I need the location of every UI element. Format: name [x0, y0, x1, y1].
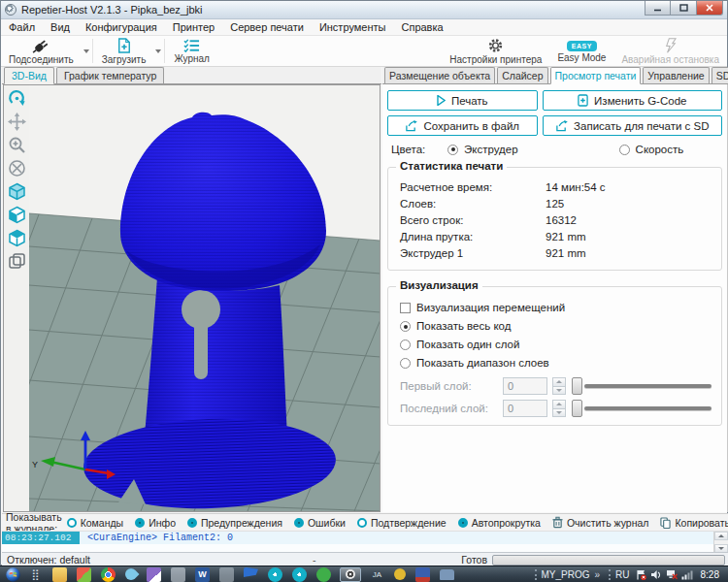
tray-signal-icon[interactable]	[681, 569, 693, 580]
app-icon	[5, 4, 17, 16]
menu-view[interactable]: Вид	[43, 19, 78, 36]
first-layer-slider[interactable]	[572, 377, 713, 395]
taskbar-flag-icon[interactable]	[244, 567, 258, 582]
close-button[interactable]	[697, 1, 723, 16]
myprog-toolbar[interactable]: MY_PROG	[542, 569, 590, 580]
printer-settings-button[interactable]: Настройки принтера	[442, 36, 549, 66]
menu-printer[interactable]: Принтер	[165, 19, 222, 36]
load-dropdown[interactable]	[153, 36, 163, 66]
log-area: 08:23:27.102 <CuraEngine> Filament2: 0	[2, 531, 728, 552]
load-button[interactable]: Загрузить	[94, 36, 154, 66]
language-indicator[interactable]: RU	[615, 569, 629, 580]
menu-config[interactable]: Конфигурация	[78, 19, 165, 36]
filter-errors[interactable]: Ошибки	[294, 517, 346, 529]
scroll-up-icon[interactable]	[714, 532, 728, 540]
tray-speaker-icon[interactable]	[650, 569, 662, 580]
connect-dropdown[interactable]	[82, 36, 91, 66]
menu-file[interactable]: Файл	[1, 19, 43, 36]
start-button[interactable]	[6, 567, 20, 582]
front-view-button[interactable]	[7, 205, 27, 225]
connect-button[interactable]: Подсоединить	[1, 36, 82, 66]
radio-extruder[interactable]	[447, 145, 458, 155]
3d-viewport[interactable]: Y	[3, 84, 381, 512]
taskbar-grid-icon[interactable]: ⣿	[28, 567, 43, 582]
trash-icon	[552, 516, 563, 529]
save-for-sd-button[interactable]: Записать для печати с SD	[543, 115, 722, 136]
minimize-icon	[653, 5, 662, 12]
print-statistics-title: Статистика печати	[396, 160, 507, 172]
isometric-view-button[interactable]	[7, 181, 27, 202]
filter-commands[interactable]: Команды	[67, 517, 124, 529]
edit-gcode-button[interactable]: Изменить G-Code	[543, 90, 722, 111]
tray-flag-icon[interactable]	[636, 569, 646, 580]
easy-mode-button[interactable]: EASY Easy Mode	[549, 36, 613, 66]
top-view-button[interactable]	[7, 228, 27, 248]
tab-sd-card[interactable]: SD-карта	[711, 67, 728, 83]
first-layer-spinner[interactable]	[552, 377, 566, 395]
filter-autoscroll[interactable]: Автопрокрутка	[458, 517, 541, 529]
rotate-view-button[interactable]	[7, 88, 27, 109]
print-button[interactable]: Печать	[387, 90, 538, 111]
taskbar-teal-app2-icon[interactable]	[292, 567, 307, 582]
toolbar-overflow-chevron[interactable]: »	[595, 569, 601, 580]
tray-network-icon[interactable]	[666, 569, 678, 580]
filter-warnings[interactable]: Предупреждения	[187, 517, 282, 529]
tab-object-placement[interactable]: Размещение объекта	[384, 67, 495, 83]
taskbar-repetier-active[interactable]	[340, 567, 361, 582]
titlebar[interactable]: Repetier-Host V2.1.3 - Pipka_bez_jbki	[1, 1, 727, 19]
journal-button[interactable]: Журнал	[166, 36, 217, 66]
zoom-view-button[interactable]	[7, 135, 27, 155]
show-layer-range-radio[interactable]	[400, 358, 411, 369]
toolbar-grip[interactable]	[535, 569, 538, 580]
taskbar-folder-icon[interactable]	[52, 567, 67, 582]
filter-ack[interactable]: Подтверждение	[357, 517, 447, 529]
log-scrollbar[interactable]	[713, 532, 728, 553]
repetier-host-window: Repetier-Host V2.1.3 - Pipka_bez_jbki Фа…	[0, 0, 728, 566]
menu-print-server[interactable]: Сервер печати	[222, 19, 312, 36]
copy-log-button[interactable]: Копировать	[660, 517, 728, 529]
taskbar-yellow-app-icon[interactable]	[394, 568, 406, 580]
tab-print-preview[interactable]: Просмотр печати	[550, 67, 642, 84]
taskbar-window-icon[interactable]	[219, 567, 234, 582]
toolbar-grip[interactable]	[609, 569, 612, 580]
taskbar-steel-app-icon[interactable]	[440, 569, 454, 580]
taskbar-document-icon[interactable]	[171, 567, 185, 582]
show-all-code-radio[interactable]	[400, 321, 411, 332]
taskbar-picture-manager-icon[interactable]	[77, 567, 91, 582]
3d-scene[interactable]: Y	[29, 85, 381, 511]
menu-tools[interactable]: Инструменты	[312, 19, 394, 36]
minimize-button[interactable]	[645, 1, 671, 16]
filter-info[interactable]: Инфо	[135, 517, 176, 529]
taskbar-ja-icon[interactable]: JA	[370, 567, 384, 582]
clear-log-button[interactable]: Очистить журнал	[552, 516, 649, 529]
taskbar-clock[interactable]: 8:28	[701, 569, 719, 580]
lightning-icon	[665, 38, 677, 53]
tab-temperature-graph[interactable]: График температур	[56, 67, 164, 83]
show-single-layer-radio[interactable]	[400, 340, 411, 350]
menu-help[interactable]: Справка	[393, 19, 450, 36]
radio-speed[interactable]	[619, 145, 630, 155]
taskbar-teal-app-icon[interactable]	[268, 567, 282, 582]
taskbar-word-icon[interactable]: W	[195, 567, 210, 582]
tab-slicer[interactable]: Слайсер	[497, 67, 547, 83]
tab-3d-view[interactable]: 3D-Вид	[4, 67, 54, 84]
taskbar-drop-icon[interactable]	[123, 566, 140, 582]
taskbar-floppy-icon[interactable]	[415, 567, 430, 582]
first-layer-input[interactable]: 0	[503, 377, 547, 395]
move-view-button[interactable]	[7, 112, 27, 132]
save-to-file-button[interactable]: Сохранить в файл	[387, 115, 538, 136]
last-layer-input[interactable]: 0	[503, 400, 547, 417]
last-layer-spinner[interactable]	[552, 400, 566, 417]
progress-bar	[492, 555, 725, 566]
move-icon	[8, 113, 26, 131]
travel-moves-checkbox[interactable]	[400, 303, 411, 313]
taskbar-green-app-icon[interactable]	[316, 567, 331, 582]
last-layer-slider[interactable]	[572, 400, 713, 417]
y-axis-label: Y	[32, 460, 38, 469]
toggle-edges-button[interactable]	[7, 251, 27, 272]
tab-manual-control[interactable]: Управление	[643, 67, 709, 83]
maximize-button[interactable]	[671, 1, 697, 16]
taskbar-pen-icon[interactable]	[147, 567, 161, 582]
taskbar-chrome-icon[interactable]	[101, 567, 116, 582]
reset-view-button[interactable]	[7, 158, 27, 178]
